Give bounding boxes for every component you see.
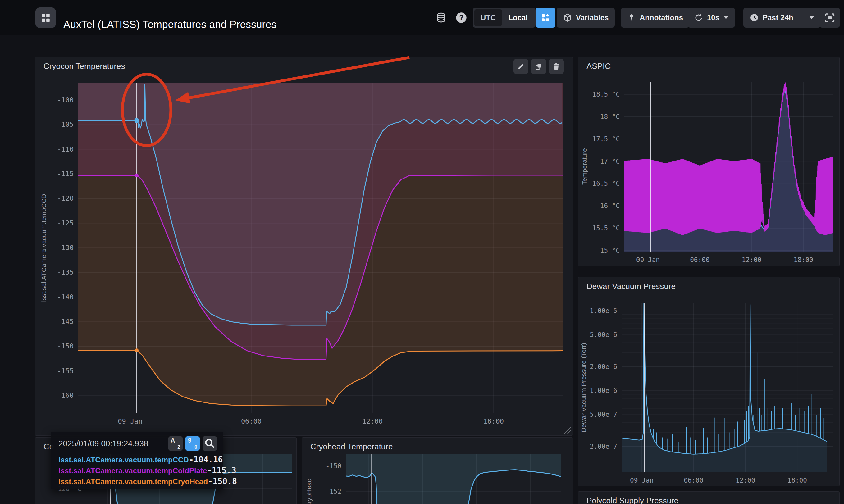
shared-tooltip: 2025/01/09 00:19:24.938 A Z 9 0 lsst.sal… [51, 432, 223, 489]
x-tick-label: 18:00 [788, 477, 807, 484]
y-axis-label: lsst.sal.ATCamera.vacuum.tempCryoHead [305, 479, 312, 504]
annotation-pin-icon [627, 13, 636, 22]
local-toggle[interactable]: Local [502, 9, 534, 26]
duplicate-button[interactable] [531, 59, 546, 74]
delete-button[interactable] [549, 59, 564, 74]
y-tick-label: 5.00e-6 [590, 331, 617, 339]
trash-icon [552, 62, 561, 71]
y-tick-label: 15.5 °C [592, 224, 620, 232]
utc-toggle[interactable]: UTC [474, 9, 502, 26]
series-group [621, 82, 833, 252]
add-panel-button[interactable] [536, 8, 555, 28]
y-tick-label: -160 [57, 392, 74, 399]
hover-point-marker [134, 118, 139, 123]
x-tick-label: 06:00 [241, 417, 262, 425]
search-button[interactable] [202, 436, 217, 451]
page-title: AuxTel (LATISS) Temperatures and Pressur… [64, 7, 276, 42]
y-tick-label: 17.5 °C [592, 136, 620, 143]
copy-icon [534, 62, 543, 71]
grid-icon [40, 13, 51, 23]
annotations-button[interactable]: Annotations [621, 8, 689, 28]
y-tick-label: -140 [57, 293, 74, 301]
chevron-down-icon [723, 16, 729, 20]
y-tick-label: -152 [326, 488, 341, 495]
tooltip-series-value: -104.16 [189, 455, 223, 464]
tooltip-row: lsst.sal.ATCamera.vacuum.tempCryoHead -1… [58, 477, 217, 488]
hover-point-marker [135, 174, 139, 177]
series-group [341, 454, 561, 504]
y-axis-label: lsst.sal.ATCamera.vacuum.tempCCD [40, 194, 47, 302]
resize-handle[interactable] [562, 425, 571, 434]
panel-title-polycold[interactable]: Polycold Supply Pressure [578, 491, 839, 504]
search-icon [202, 436, 217, 451]
annotations-label: Annotations [640, 13, 683, 22]
time-range-button[interactable]: Past 24h [743, 8, 821, 28]
x-tick-label: 12:00 [736, 477, 755, 484]
pencil-icon [517, 62, 525, 71]
tooltip-row: lsst.sal.ATCamera.vacuum.tempCCD -104.16 [58, 455, 217, 466]
panel-cryocon-temperatures: Cryocon Temperatures -10 [35, 57, 573, 436]
monitor-icon [824, 12, 835, 23]
grafana-dashboard: AuxTel (LATISS) Temperatures and Pressur… [0, 0, 844, 504]
y-tick-label: 2.00e-7 [590, 443, 617, 450]
tooltip-series-value: -115.3 [207, 466, 236, 475]
panel-title-aspic[interactable]: ASPIC [578, 57, 839, 75]
y-tick-label: 16 °C [600, 202, 620, 210]
tooltip-series-name: lsst.sal.ATCamera.vacuum.tempCCD [58, 455, 189, 464]
y-tick-label: -120 [57, 194, 74, 202]
x-tick-label: 18:00 [794, 256, 813, 264]
tooltip-series-name: lsst.sal.ATCamera.vacuum.tempColdPlate [58, 466, 207, 475]
y-tick-label: 2.00e-6 [590, 363, 617, 371]
datasource-button[interactable] [434, 7, 448, 28]
clock-icon [750, 13, 759, 22]
series-group [68, 83, 563, 413]
database-icon [435, 12, 447, 23]
svg-text:?: ? [459, 14, 464, 22]
panel-title-cryocon[interactable]: Cryocon Temperatures [35, 57, 573, 75]
cryohead_temp-fill [341, 454, 561, 504]
y-tick-label: 18 °C [600, 113, 620, 121]
refresh-button[interactable]: 10s [688, 8, 735, 28]
y-axis-label: Temperature [581, 148, 588, 185]
x-tick-label: 09 Jan [630, 477, 653, 484]
aspic-chart[interactable]: 18.5 °C18 °C17.5 °C17 °C16.5 °C16 °C15.5… [578, 57, 840, 266]
y-tick-label: 5.00e-7 [590, 411, 617, 418]
timezone-toggle: UTC Local [473, 8, 536, 28]
variables-label: Variables [576, 13, 609, 22]
chevron-down-icon [809, 16, 814, 20]
variables-button[interactable]: Variables [557, 8, 615, 28]
sort-numeric-button[interactable]: 9 0 [185, 436, 200, 451]
y-tick-label: -150 [57, 342, 74, 350]
panel-title-dewar[interactable]: Dewar Vacuum Pressure [578, 277, 839, 295]
cryocon-chart[interactable]: -100-105-110-115-120-125-130-135-140-145… [35, 57, 573, 436]
hover-point-marker [135, 348, 139, 352]
tooltip-row: lsst.sal.ATCamera.vacuum.tempColdPlate -… [58, 466, 217, 477]
lsst.sal.ATCamera.vacuum.tempCryoHead-fill [68, 83, 563, 406]
x-tick-label: 06:00 [690, 256, 710, 264]
tooltip-series-name: lsst.sal.ATCamera.vacuum.tempCryoHead [58, 477, 208, 486]
kiosk-mode-button[interactable] [820, 8, 840, 28]
panel-aspic: ASPIC 18.5 °C18 °C17.5 °C17 °C16.5 °C16 … [578, 57, 840, 266]
dashboards-grid-button[interactable] [35, 7, 56, 28]
y-tick-label: 18.5 °C [592, 91, 620, 98]
y-axis-label: Dewar Vacuum Pressure (Torr) [580, 343, 587, 432]
panel-cryohead-temperature: Cryohead Temperature -150-152lsst.sal.AT… [302, 437, 573, 504]
sort-alpha-button[interactable]: A Z [168, 436, 183, 451]
x-tick-label: 09 Jan [636, 256, 660, 264]
x-tick-label: 06:00 [684, 477, 703, 484]
refresh-interval-label: 10s [707, 13, 719, 22]
help-button[interactable]: ? [454, 7, 468, 28]
panel-polycold-supply-pressure: Polycold Supply Pressure [578, 491, 840, 504]
panel-title-cryohead[interactable]: Cryohead Temperature [302, 437, 573, 455]
panel-actions [514, 59, 564, 74]
x-tick-label: 18:00 [483, 417, 504, 425]
y-tick-label: 1.00e-5 [590, 307, 617, 314]
edit-annotation-button[interactable] [514, 59, 528, 74]
dewar-chart[interactable]: 1.00e-55.00e-62.00e-61.00e-65.00e-72.00e… [578, 277, 840, 486]
y-tick-label: -135 [57, 268, 74, 276]
help-icon: ? [455, 12, 467, 24]
panel-dewar-vacuum-pressure: Dewar Vacuum Pressure 1.00e-55.00e-62.00… [578, 277, 840, 486]
y-tick-label: -100 [57, 96, 74, 104]
y-tick-label: -105 [57, 121, 74, 128]
y-tick-label: -130 [57, 244, 74, 252]
